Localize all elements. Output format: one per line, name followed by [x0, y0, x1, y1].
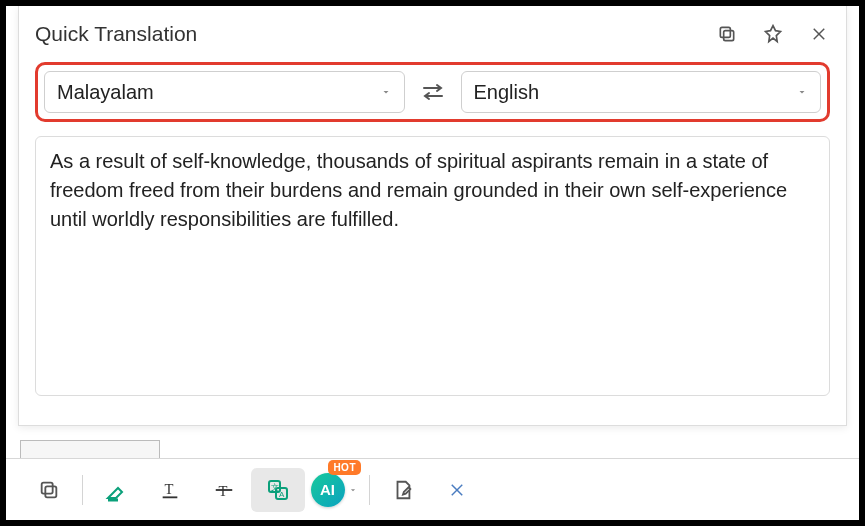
hot-badge: HOT: [328, 460, 361, 475]
translation-result[interactable]: As a result of self-knowledge, thousands…: [35, 136, 830, 396]
ai-label: AI: [320, 481, 335, 498]
chevron-down-icon: [796, 86, 808, 98]
translation-text: As a result of self-knowledge, thousands…: [50, 150, 787, 230]
floating-toolbar: T T 文 A: [6, 458, 859, 520]
strikethrough-button[interactable]: T: [197, 468, 251, 512]
svg-text:文: 文: [271, 483, 279, 492]
svg-rect-0: [724, 31, 734, 41]
translate-button[interactable]: 文 A: [251, 468, 305, 512]
panel-header: Quick Translation: [35, 16, 830, 52]
highlight-button[interactable]: [89, 468, 143, 512]
svg-rect-6: [45, 486, 56, 497]
copy-icon[interactable]: [716, 23, 738, 45]
svg-rect-7: [42, 482, 53, 493]
language-row: Malayalam English: [35, 62, 830, 122]
source-language-select[interactable]: Malayalam: [44, 71, 405, 113]
svg-text:A: A: [279, 490, 285, 499]
target-language-label: English: [474, 81, 540, 104]
ai-icon: AI: [311, 473, 345, 507]
swap-languages-button[interactable]: [415, 74, 451, 110]
translation-panel: Quick Translation: [18, 6, 847, 426]
close-icon[interactable]: [808, 23, 830, 45]
target-language-select[interactable]: English: [461, 71, 822, 113]
chevron-down-icon: [348, 485, 358, 495]
header-actions: [716, 23, 830, 45]
app-window: Quick Translation: [0, 0, 865, 526]
copy-button[interactable]: [22, 468, 76, 512]
pin-icon[interactable]: [762, 23, 784, 45]
panel-title: Quick Translation: [35, 22, 716, 46]
divider: [369, 475, 370, 505]
bottom-area: T T 文 A: [6, 440, 859, 520]
svg-text:T: T: [165, 480, 174, 496]
divider: [82, 475, 83, 505]
close-toolbar-button[interactable]: [430, 468, 484, 512]
chevron-down-icon: [380, 86, 392, 98]
edit-page-button[interactable]: [376, 468, 430, 512]
source-language-label: Malayalam: [57, 81, 154, 104]
underline-button[interactable]: T: [143, 468, 197, 512]
svg-rect-1: [720, 27, 730, 37]
ai-button[interactable]: HOT AI: [305, 468, 363, 512]
